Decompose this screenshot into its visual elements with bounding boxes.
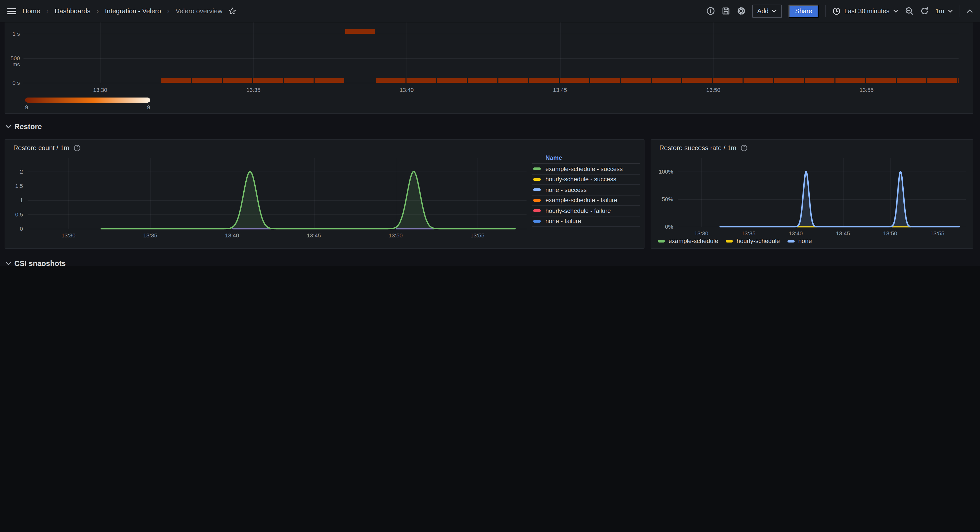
legend-table-row[interactable]: none - failure bbox=[531, 216, 640, 227]
gradient-min-label: 9 bbox=[25, 104, 45, 111]
dashboard-settings-gear-icon[interactable] bbox=[737, 6, 746, 15]
legend-table-header[interactable]: Name bbox=[531, 154, 640, 164]
x-axis-label: 13:35 bbox=[238, 87, 269, 94]
legend-swatch bbox=[726, 240, 733, 242]
x-grid-line bbox=[560, 22, 560, 83]
x-grid-line bbox=[407, 22, 407, 83]
legend-swatch bbox=[658, 240, 665, 242]
share-button[interactable]: Share bbox=[789, 4, 819, 17]
y-axis-label: 500 ms bbox=[5, 55, 20, 67]
legend-table-row[interactable]: example-schedule - failure bbox=[531, 195, 640, 206]
x-axis-label: 13:45 bbox=[545, 87, 575, 94]
backup-duration-heatmap-panel: 1 s500 ms0 s13:3013:3513:4013:4513:5013:… bbox=[5, 22, 974, 114]
legend-swatch bbox=[533, 178, 541, 181]
series-line bbox=[720, 172, 959, 227]
breadcrumb-dashboards[interactable]: Dashboards bbox=[55, 7, 91, 15]
save-dashboard-icon[interactable] bbox=[722, 6, 730, 15]
x-axis-label: 13:50 bbox=[698, 87, 729, 94]
x-grid-line bbox=[867, 22, 867, 83]
legend-swatch bbox=[533, 199, 541, 202]
breadcrumb-separator: › bbox=[167, 7, 170, 15]
legend-label: hourly-schedule bbox=[737, 237, 780, 245]
clock-icon bbox=[833, 7, 841, 15]
refresh-interval-label: 1m bbox=[935, 7, 944, 14]
legend-item[interactable]: none bbox=[788, 237, 812, 245]
dashboard-insights-icon[interactable] bbox=[706, 6, 715, 15]
legend-label: hourly-schedule - failure bbox=[546, 207, 611, 214]
chart-canvas bbox=[651, 140, 973, 248]
series-fill bbox=[101, 172, 515, 229]
legend-swatch bbox=[533, 168, 541, 170]
legend-label: none - failure bbox=[546, 218, 581, 225]
navbar-divider bbox=[959, 5, 960, 17]
menu-icon[interactable] bbox=[7, 7, 16, 15]
chevron-down-icon bbox=[6, 261, 11, 265]
top-navbar: Home › Dashboards › Integration - Velero… bbox=[0, 0, 980, 22]
legend-item[interactable]: hourly-schedule bbox=[726, 237, 780, 245]
panel-title[interactable]: Restore success rate / 1m bbox=[659, 144, 748, 152]
refresh-interval-picker[interactable]: 1m bbox=[935, 7, 953, 14]
info-icon bbox=[73, 144, 81, 151]
add-button-label: Add bbox=[757, 7, 769, 14]
section-header-csi-snapshots[interactable]: CSI snapshots bbox=[6, 259, 65, 266]
legend-label: hourly-schedule - success bbox=[546, 176, 616, 183]
legend-label: example-schedule bbox=[668, 237, 718, 245]
breadcrumb-home[interactable]: Home bbox=[22, 7, 40, 15]
legend-label: none - success bbox=[546, 186, 587, 194]
restore-success-rate-plot[interactable]: 100%50%0%13:3013:3513:4013:4513:5013:55 bbox=[651, 140, 973, 248]
legend-swatch bbox=[788, 240, 795, 242]
y-axis-label: 1 s bbox=[5, 31, 20, 37]
add-panel-button[interactable]: Add bbox=[752, 4, 782, 17]
collapse-navbar-caret-icon[interactable] bbox=[967, 9, 973, 13]
section-header-restore[interactable]: Restore bbox=[6, 122, 42, 131]
series-legend-table: Nameexample-schedule - successhourly-sch… bbox=[531, 154, 640, 227]
series-line bbox=[101, 172, 515, 229]
heatmap-cell-run bbox=[345, 29, 376, 34]
y-grid-line bbox=[24, 34, 959, 34]
legend-label: none bbox=[798, 237, 812, 245]
breadcrumb: Home › Dashboards › Integration - Velero… bbox=[7, 7, 237, 15]
legend-table-row[interactable]: example-schedule - success bbox=[531, 164, 640, 175]
chart-canvas bbox=[5, 140, 531, 248]
restore-count-plot[interactable]: 21.510.5013:3013:3513:4013:4513:5013:55 bbox=[5, 140, 531, 248]
time-range-label: Last 30 minutes bbox=[845, 7, 889, 14]
legend-swatch bbox=[533, 210, 541, 212]
info-icon bbox=[740, 144, 748, 151]
series-fill bbox=[720, 172, 959, 227]
x-axis-label: 13:40 bbox=[391, 87, 422, 94]
heatmap-cell-run bbox=[376, 78, 959, 83]
legend-label: example-schedule - failure bbox=[546, 197, 617, 204]
chevron-down-icon bbox=[893, 9, 898, 13]
navbar-divider bbox=[826, 5, 826, 17]
chevron-down-icon bbox=[948, 9, 953, 13]
time-range-picker[interactable]: Last 30 minutes bbox=[833, 7, 898, 15]
breadcrumb-current-dashboard: Velero overview bbox=[175, 7, 223, 15]
backup-duration-heatmap-plot[interactable]: 1 s500 ms0 s13:3013:3513:4013:4513:5013:… bbox=[5, 22, 973, 113]
legend-table-row[interactable]: hourly-schedule - failure bbox=[531, 206, 640, 216]
navbar-actions: Add Share Last 30 minutes 1m bbox=[706, 4, 973, 17]
legend-swatch bbox=[533, 220, 541, 222]
panel-title[interactable]: Restore count / 1m bbox=[13, 144, 81, 152]
chevron-down-icon bbox=[6, 125, 11, 129]
breadcrumb-separator: › bbox=[46, 7, 49, 15]
y-grid-line bbox=[24, 83, 959, 83]
legend-swatch bbox=[533, 189, 541, 191]
heatmap-gradient-legend bbox=[25, 97, 150, 103]
restore-success-rate-panel: Restore success rate / 1m 100%50%0%13:30… bbox=[651, 140, 974, 249]
section-title: CSI snapshots bbox=[14, 259, 65, 266]
favorite-star-icon[interactable] bbox=[229, 7, 237, 15]
x-grid-line bbox=[713, 22, 714, 83]
refresh-icon[interactable] bbox=[920, 6, 929, 15]
zoom-out-time-icon[interactable] bbox=[905, 6, 913, 15]
x-axis-label: 13:30 bbox=[85, 87, 115, 94]
breadcrumb-separator: › bbox=[97, 7, 99, 15]
x-axis-label: 13:55 bbox=[851, 87, 882, 94]
grafana-dashboard: Home › Dashboards › Integration - Velero… bbox=[0, 0, 980, 266]
legend-table-row[interactable]: hourly-schedule - success bbox=[531, 175, 640, 185]
restore-count-panel: Restore count / 1m 21.510.5013:3013:3513… bbox=[5, 140, 644, 249]
legend-table-row[interactable]: none - success bbox=[531, 185, 640, 195]
legend-item[interactable]: example-schedule bbox=[658, 237, 718, 245]
breadcrumb-folder[interactable]: Integration - Velero bbox=[105, 7, 161, 15]
section-title: Restore bbox=[14, 122, 42, 131]
panel-title-text: Restore success rate / 1m bbox=[659, 144, 737, 152]
